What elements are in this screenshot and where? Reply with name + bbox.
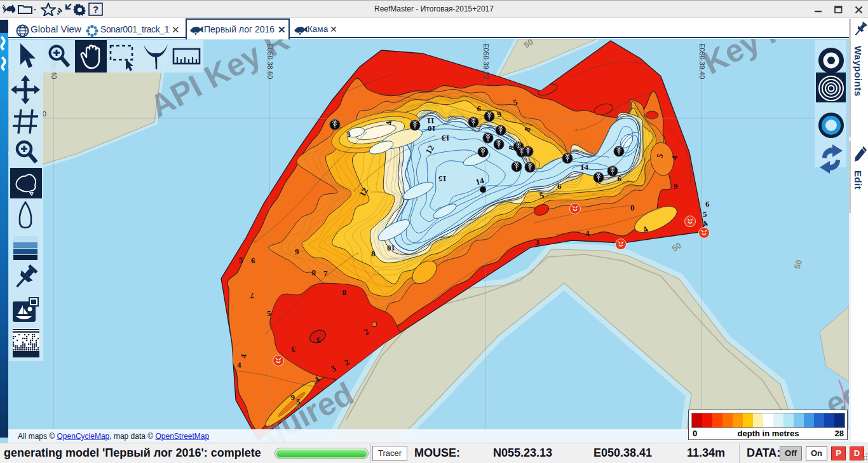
svg-text:6: 6 <box>557 181 562 191</box>
svg-text:5: 5 <box>267 308 271 318</box>
svg-text:7: 7 <box>323 268 328 278</box>
svg-text:11: 11 <box>427 116 435 126</box>
svg-text:9: 9 <box>477 104 481 114</box>
svg-text:5: 5 <box>239 255 243 265</box>
svg-text:6: 6 <box>251 256 255 265</box>
svg-text:6: 6 <box>705 199 710 209</box>
svg-text:9: 9 <box>674 181 678 191</box>
svg-text:7: 7 <box>250 291 254 301</box>
svg-text:6: 6 <box>290 393 295 403</box>
svg-text:8: 8 <box>342 288 346 298</box>
svg-text:5: 5 <box>703 209 707 219</box>
svg-text:E050.39.20: E050.39.20 <box>482 43 490 79</box>
svg-text:8: 8 <box>371 249 376 258</box>
svg-text:8: 8 <box>311 268 316 278</box>
svg-text:14: 14 <box>580 162 589 172</box>
svg-text:5: 5 <box>296 397 301 406</box>
svg-text:13: 13 <box>442 134 451 143</box>
svg-text:15: 15 <box>438 174 447 184</box>
svg-text:0: 0 <box>630 203 635 212</box>
svg-text:4: 4 <box>237 360 241 370</box>
svg-text:9: 9 <box>295 247 299 256</box>
svg-text:?: ? <box>93 4 98 15</box>
svg-text:10: 10 <box>387 244 395 253</box>
svg-text:3: 3 <box>535 237 539 247</box>
svg-text:3: 3 <box>291 345 295 354</box>
svg-text:9: 9 <box>617 174 621 184</box>
